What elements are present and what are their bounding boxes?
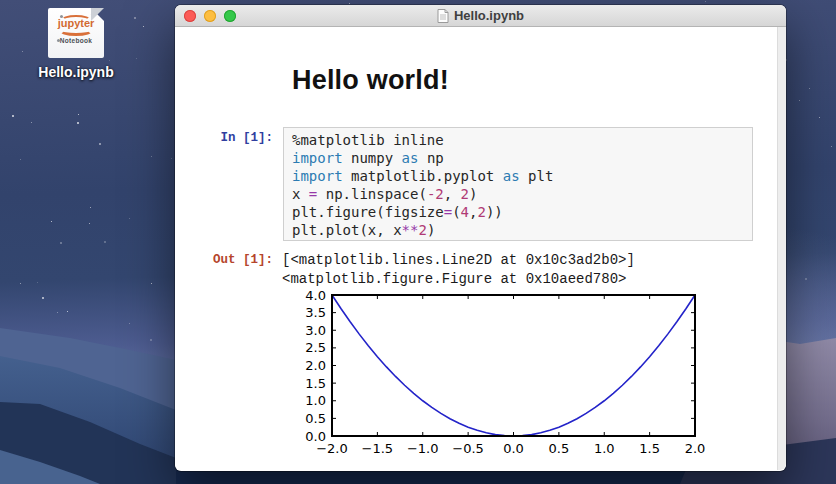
svg-text:−1.5: −1.5 <box>362 441 394 456</box>
code-cell[interactable]: %matplotlib inlineimport numpy as npimpo… <box>283 127 753 241</box>
svg-text:4.0: 4.0 <box>305 288 326 303</box>
svg-text:3.0: 3.0 <box>305 323 326 338</box>
desktop-file-label: Hello.ipynb <box>30 64 122 80</box>
svg-text:0.0: 0.0 <box>305 429 326 444</box>
svg-text:2.0: 2.0 <box>685 441 706 456</box>
zoom-button[interactable] <box>224 10 236 22</box>
svg-text:0.0: 0.0 <box>503 441 524 456</box>
svg-text:0.5: 0.5 <box>549 441 570 456</box>
svg-text:0.5: 0.5 <box>305 411 326 426</box>
input-prompt: In [1]: <box>183 131 273 145</box>
jupyter-logo-dot <box>60 15 63 18</box>
notebook-window: Hello.ipynb Hello world! In [1]: %matplo… <box>175 5 786 471</box>
svg-text:2.5: 2.5 <box>305 340 326 355</box>
svg-text:1.5: 1.5 <box>305 376 326 391</box>
code-editor[interactable]: %matplotlib inlineimport numpy as npimpo… <box>284 128 752 242</box>
svg-text:1.0: 1.0 <box>594 441 615 456</box>
window-titlebar[interactable]: Hello.ipynb <box>175 5 786 27</box>
svg-text:−1.0: −1.0 <box>407 441 439 456</box>
svg-text:2.0: 2.0 <box>305 358 326 373</box>
document-icon <box>437 9 449 23</box>
folded-corner <box>91 8 104 21</box>
svg-text:3.5: 3.5 <box>305 305 326 320</box>
desktop: jupyter Notebook Hello.ipynb <box>0 0 836 484</box>
close-button[interactable] <box>184 10 196 22</box>
notebook-content: Hello world! In [1]: %matplotlib inlinei… <box>175 27 786 470</box>
scrollbar-track[interactable] <box>777 27 786 470</box>
output-prompt: Out [1]: <box>183 253 273 267</box>
output-text: [<matplotlib.lines.Line2D at 0x10c3ad2b0… <box>282 251 635 288</box>
markdown-heading: Hello world! <box>292 65 449 95</box>
svg-text:1.5: 1.5 <box>639 441 660 456</box>
minimize-button[interactable] <box>204 10 216 22</box>
svg-text:1.0: 1.0 <box>305 393 326 408</box>
matplotlib-figure: −2.0−1.5−1.0−0.50.00.51.01.52.00.00.51.0… <box>295 287 725 467</box>
jupyter-logo-dot <box>57 39 60 42</box>
svg-text:−0.5: −0.5 <box>452 441 484 456</box>
desktop-file-hello-ipynb[interactable]: jupyter Notebook Hello.ipynb <box>30 8 122 80</box>
output-plot: −2.0−1.5−1.0−0.50.00.51.01.52.00.00.51.0… <box>295 287 725 467</box>
window-title: Hello.ipynb <box>454 8 524 23</box>
